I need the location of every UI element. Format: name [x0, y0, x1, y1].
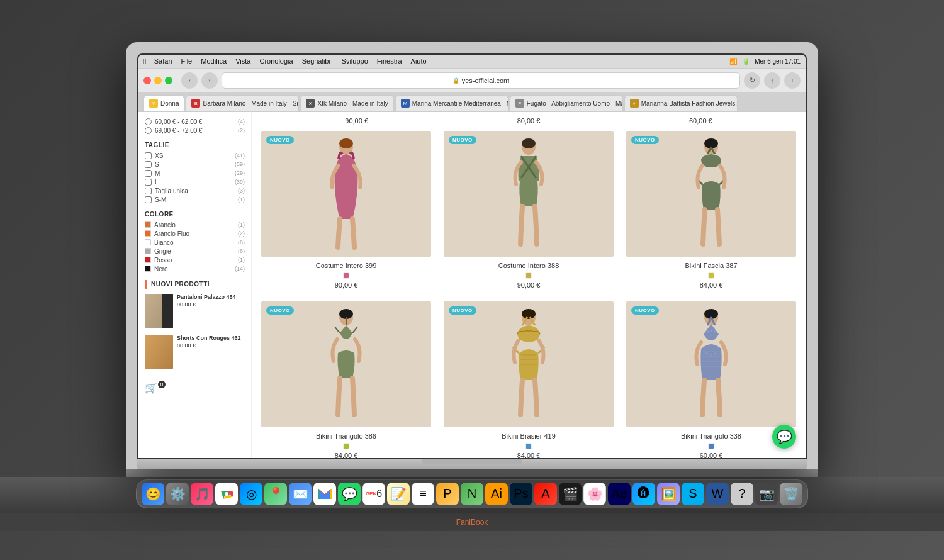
price-radio-2[interactable] — [145, 127, 152, 134]
word-icon[interactable]: W — [706, 483, 729, 505]
color-dot-1[interactable] — [343, 272, 349, 279]
taglia-m[interactable]: M (29) — [145, 170, 245, 177]
mail-icon[interactable]: ✉️ — [289, 483, 312, 505]
mini-product-info-1: Pantaloni Palazzo 454 90,00 € — [177, 294, 236, 308]
colore-nero[interactable]: Nero (14) — [145, 266, 245, 272]
cart-icon[interactable]: 🛒 — [145, 383, 157, 393]
taglia-l[interactable]: L (39) — [145, 179, 245, 186]
taglia-m-label: M — [155, 170, 160, 177]
share-button[interactable]: ↑ — [764, 72, 780, 89]
product-card-6[interactable]: NUOVO — [626, 301, 796, 458]
tab-favicon-fugato: F — [515, 99, 524, 108]
mini-product-2[interactable]: Shorts Con Rouges 462 80,00 € — [145, 335, 245, 369]
swatch-grigio — [145, 248, 151, 254]
menu-vista[interactable]: Vista — [235, 57, 250, 65]
taglia-xs[interactable]: XS (41) — [145, 152, 245, 159]
pages-icon[interactable]: P — [436, 483, 459, 505]
preview-icon[interactable]: 🖼️ — [657, 483, 680, 505]
menu-segnalibri[interactable]: Segnalibri — [302, 57, 333, 65]
taglia-sm[interactable]: S-M (1) — [145, 196, 245, 203]
reload-button[interactable]: ↻ — [744, 72, 760, 89]
cb-l[interactable] — [145, 179, 152, 186]
menu-sviluppo[interactable]: Sviluppo — [342, 57, 368, 65]
reminders-icon[interactable]: ≡ — [412, 483, 434, 505]
notes-icon[interactable]: 📝 — [387, 483, 410, 505]
fullscreen-button[interactable] — [165, 77, 172, 84]
gmail-icon[interactable] — [313, 483, 336, 505]
menu-cronologia[interactable]: Cronologia — [259, 57, 293, 65]
menu-aiuto[interactable]: Aiuto — [411, 57, 427, 65]
product-card-1[interactable]: NUOVO — [261, 131, 431, 289]
colore-bianco-label: Bianco — [154, 239, 174, 246]
maps-icon[interactable]: 📍 — [264, 483, 287, 505]
menu-file[interactable]: File — [181, 57, 193, 65]
mini-product-1[interactable]: Pantaloni Palazzo 454 90,00 € — [145, 294, 245, 328]
tab-marina[interactable]: M Marina Mercantile Mediterranea - Made … — [395, 95, 509, 111]
help-icon[interactable]: ? — [731, 483, 753, 505]
acrobat-icon[interactable]: A — [534, 483, 557, 505]
whatsapp-dock-icon[interactable]: 💬 — [338, 483, 361, 505]
numbers-icon[interactable]: N — [461, 483, 483, 505]
colore-grigio[interactable]: Grigie (6) — [145, 248, 245, 255]
product-card-5[interactable]: NUOVO — [444, 301, 614, 458]
cb-unica[interactable] — [145, 188, 152, 194]
price-radio-1[interactable] — [145, 118, 152, 125]
calendar-icon[interactable]: GEN 6 — [362, 483, 385, 505]
colore-grigio-count: (6) — [238, 248, 245, 254]
cb-xs[interactable] — [145, 152, 152, 159]
close-button[interactable] — [143, 77, 151, 84]
cb-s[interactable] — [145, 161, 152, 168]
after-effects-icon[interactable]: Ae — [608, 483, 631, 505]
colore-bianco[interactable]: Bianco (6) — [145, 239, 245, 246]
tab-marianna[interactable]: ⚜ Marianna Battista Fashion Jewels: Gioi… — [624, 95, 738, 111]
menu-safari[interactable]: Safari — [154, 57, 172, 65]
tab-donna[interactable]: Y Donna — [143, 95, 184, 111]
skype-icon[interactable]: S — [682, 483, 704, 505]
mini-product-price-1: 90,00 € — [177, 301, 236, 308]
tab-xtk[interactable]: X Xtk Milano - Made in Italy — [300, 95, 393, 111]
illustrator-icon[interactable]: Ai — [485, 483, 508, 505]
product-img-3: NUOVO — [626, 131, 796, 257]
price-filter-2[interactable]: 69,00 € - 72,00 € (2) — [145, 127, 245, 134]
color-dot-4[interactable] — [343, 443, 349, 449]
color-dot-6[interactable] — [708, 443, 714, 449]
product-svg-2 — [503, 137, 554, 250]
mini-product-name-2: Shorts Con Rouges 462 — [177, 335, 241, 341]
whatsapp-button[interactable]: 💬 — [772, 425, 796, 449]
minimize-button[interactable] — [154, 77, 162, 84]
top-price-2: 80,00 € — [517, 117, 541, 125]
taglia-unica[interactable]: Taglia unica (3) — [145, 188, 245, 194]
addtab-button[interactable]: + — [784, 72, 801, 89]
color-dot-3[interactable] — [708, 272, 714, 279]
colore-arancio[interactable]: Arancio (1) — [145, 221, 245, 228]
colore-rosso[interactable]: Rosso (1) — [145, 257, 245, 264]
address-bar[interactable]: 🔒 yes-official.com — [222, 72, 740, 89]
chrome-icon[interactable] — [215, 483, 238, 505]
cb-m[interactable] — [145, 170, 152, 177]
tab-barbara[interactable]: B Barbara Milano - Made in Italy - Sito … — [186, 95, 299, 111]
video-icon[interactable]: 🎬 — [559, 483, 582, 505]
cb-sm[interactable] — [145, 196, 152, 203]
color-dot-2[interactable] — [525, 272, 532, 279]
appstore-icon[interactable]: 🅐 — [632, 483, 655, 505]
forward-button[interactable]: › — [201, 72, 218, 89]
iphoto-icon[interactable]: 📷 — [755, 483, 778, 505]
music-icon[interactable]: 🎵 — [191, 483, 213, 505]
safari-browser-icon[interactable]: ◎ — [240, 483, 262, 505]
price-filter-1[interactable]: 60,00 € - 62,00 € (4) — [145, 118, 245, 125]
trash-icon[interactable]: 🗑️ — [780, 483, 802, 505]
colore-arancio-fluo[interactable]: Arancio Fluo (2) — [145, 230, 245, 237]
photos-icon[interactable]: 🌸 — [583, 483, 606, 505]
tab-fugato[interactable]: F Fugato - Abbigliamento Uomo - Made in … — [510, 95, 623, 111]
product-card-3[interactable]: NUOVO — [626, 131, 796, 289]
finder-icon[interactable]: 😊 — [142, 483, 164, 505]
photoshop-icon[interactable]: Ps — [510, 483, 532, 505]
taglia-s[interactable]: S (59) — [145, 161, 245, 168]
menu-finestra[interactable]: Finestra — [377, 57, 402, 65]
back-button[interactable]: ‹ — [181, 72, 198, 89]
color-dot-5[interactable] — [525, 443, 532, 449]
system-preferences-icon[interactable]: ⚙️ — [166, 483, 189, 505]
menu-modifica[interactable]: Modifica — [201, 57, 227, 65]
product-card-2[interactable]: NUOVO — [444, 131, 614, 289]
product-card-4[interactable]: NUOVO — [261, 301, 431, 458]
